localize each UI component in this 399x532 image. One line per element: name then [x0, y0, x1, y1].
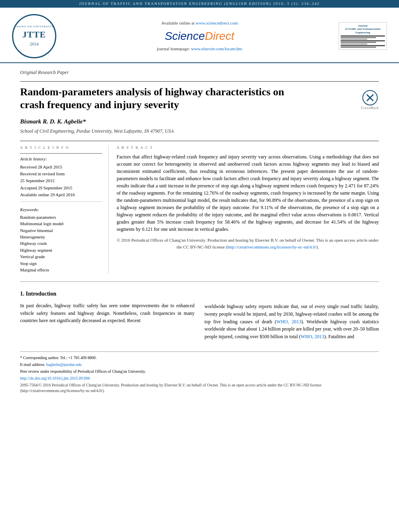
intro-right-text: worldwide highway safety reports indicat…	[205, 303, 379, 340]
cover-line-1	[341, 35, 385, 37]
title-top-divider	[20, 81, 379, 82]
available-online-date: Available online 29 April 2016	[20, 192, 102, 198]
keyword-3: Negative binomial	[20, 228, 102, 234]
keyword-1: Random-parameters	[20, 214, 102, 220]
dates-divider	[20, 201, 102, 202]
abstract-label: A B S T R A C T	[117, 145, 379, 150]
keyword-7: Vertical grade	[20, 254, 102, 260]
sciencedirect-logo: ScienceDirect	[68, 28, 331, 44]
jtte-initials: JTTE	[22, 29, 46, 41]
received-date: Received 28 April 2015	[20, 164, 102, 170]
introduction-section: 1. Introduction In past decades, highway…	[20, 290, 379, 343]
cover-lines	[341, 35, 385, 48]
sciencedirect-link[interactable]: www.sciencedirect.com	[195, 21, 238, 25]
keyword-2: Multinomial logit model	[20, 221, 102, 227]
paper-type-label: Original Research Paper	[20, 69, 379, 78]
article-info-label: A R T I C L E I N F O	[20, 145, 102, 150]
peer-review-note: Peer review under responsibility of Peri…	[20, 369, 379, 374]
corresponding-author-note: * Corresponding author. Tel.: +1 765 409…	[20, 355, 379, 361]
intro-left-text: In past decades, highway traffic safety …	[20, 302, 195, 325]
bottom-copyright: 2095-7564/© 2016 Periodical Offices of C…	[20, 382, 379, 394]
footnote-section: * Corresponding author. Tel.: +1 765 409…	[20, 351, 379, 394]
keyword-4: Heterogeneity	[20, 234, 102, 240]
sciencedirect-direct: Direct	[205, 30, 234, 42]
keyword-9: Marginal effects	[20, 267, 102, 273]
email-note: E-mail address: bagbelie@purdue.edu	[20, 362, 379, 368]
intro-section-number: 1.	[20, 291, 25, 297]
paper-title: Random-parameters analysis of highway ch…	[20, 86, 289, 111]
abstract-copyright-link[interactable]: http://creativecommons.org/licenses/by-n…	[227, 244, 317, 249]
sciencedirect-science: Science	[165, 30, 205, 42]
journal-homepage: journal homepage: www.elsevier.com/locat…	[68, 46, 331, 52]
received-revised-label: Received in revised form	[20, 171, 102, 177]
keywords-label: Keywords:	[20, 207, 102, 213]
intro-right-column: worldwide highway safety reports indicat…	[205, 290, 379, 343]
abstract-text: Factors that affect highway-related cras…	[117, 153, 379, 233]
crossmark-badge: CrossMark	[361, 90, 379, 110]
university-name-top: CHANG'AN UNIVERSITY	[14, 25, 54, 29]
abstract-section: A B S T R A C T Factors that affect high…	[117, 145, 379, 274]
cover-line-3	[341, 39, 367, 40]
cover-line-7	[341, 45, 385, 46]
abstract-copyright: © 2016 Periodical Offices of Chang'an Un…	[117, 237, 379, 250]
logo-area: CHANG'AN UNIVERSITY JTTE 2014	[12, 14, 60, 58]
keyword-6: Highway segment	[20, 247, 102, 253]
email-link[interactable]: bagbelie@purdue.edu	[46, 362, 82, 367]
article-info: A R T I C L E I N F O Article history: R…	[20, 145, 109, 274]
author-divider	[20, 141, 379, 141]
author-affiliation: School of Civil Engineering, Purdue Univ…	[20, 128, 379, 135]
center-header: Available online at www.sciencedirect.co…	[60, 20, 339, 52]
cover-line-8	[341, 47, 376, 48]
info-divider	[20, 153, 102, 154]
journal-homepage-link[interactable]: www.elsevier.com/locate/jtte	[191, 46, 243, 51]
header-content: CHANG'AN UNIVERSITY JTTE 2014 Available …	[0, 10, 399, 62]
doi-anchor[interactable]: http://dx.doi.org/10.1016/j.jtte.2015.09…	[20, 376, 90, 380]
university-logo: CHANG'AN UNIVERSITY JTTE 2014	[12, 14, 56, 58]
bottom-copyright-link[interactable]: http://creativecommons.org/licenses/by-n…	[21, 388, 102, 393]
keyword-5: Highway crash	[20, 240, 102, 246]
main-content-divider	[20, 281, 379, 282]
cover-line-5	[341, 42, 376, 43]
intro-section-title: 1. Introduction	[20, 290, 195, 298]
cover-journal-title: Journalof Traffic and TransportationEngi…	[341, 24, 385, 34]
journal-cover-image: Journalof Traffic and TransportationEngi…	[339, 22, 387, 50]
who-ref-link-2[interactable]: WHO, 2013	[300, 334, 324, 339]
paper-body: Original Research Paper Random-parameter…	[0, 63, 399, 402]
cover-line-2	[341, 37, 376, 38]
author-name: Bismark R. D. K. Agbelie*	[20, 117, 379, 126]
journal-title-bar: JOURNAL OF TRAFFIC AND TRANSPORTATION EN…	[0, 0, 399, 8]
crossmark-label: CrossMark	[361, 106, 379, 110]
title-row: Random-parameters analysis of highway ch…	[20, 86, 379, 111]
intro-left-column: 1. Introduction In past decades, highway…	[20, 290, 195, 343]
crossmark-icon	[362, 90, 378, 106]
journal-title-text: JOURNAL OF TRAFFIC AND TRANSPORTATION EN…	[79, 2, 320, 6]
journal-header: CHANG'AN UNIVERSITY JTTE 2014 Available …	[0, 8, 399, 63]
intro-section-name: Introduction	[26, 291, 56, 297]
logo-year: 2014	[30, 41, 39, 47]
author-name-text: Bismark R. D. K. Agbelie*	[20, 118, 86, 125]
available-online-text: Available online at www.sciencedirect.co…	[68, 20, 331, 26]
keyword-8: Stop sign	[20, 261, 102, 267]
cover-line-4	[341, 40, 385, 41]
article-abstract-section: A R T I C L E I N F O Article history: R…	[20, 145, 379, 274]
article-history-label: Article history:	[20, 156, 102, 162]
accepted-date: Accepted 29 September 2015	[20, 185, 102, 191]
who-ref-link[interactable]: WHO, 2013	[276, 319, 301, 325]
received-revised-date: 25 September 2015	[20, 178, 102, 184]
cover-line-6	[341, 43, 367, 45]
doi-link[interactable]: http://dx.doi.org/10.1016/j.jtte.2015.09…	[20, 376, 379, 381]
